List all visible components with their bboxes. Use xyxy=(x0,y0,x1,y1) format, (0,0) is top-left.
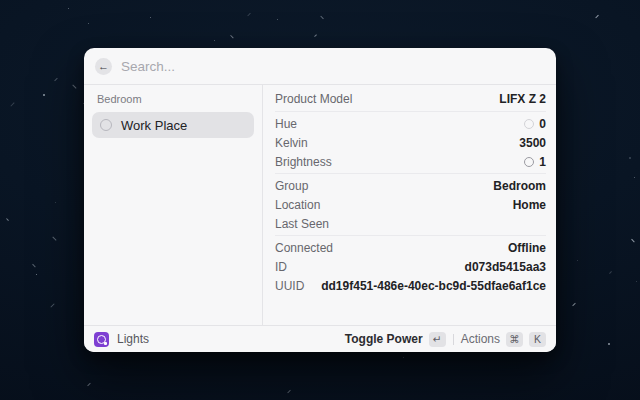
metadata-value: Home xyxy=(513,198,546,212)
metadata-row: Hue0 xyxy=(275,114,546,133)
star xyxy=(6,218,9,221)
metadata-value-text: Bedroom xyxy=(493,179,546,193)
actions-menu-button[interactable]: Actions ⌘ K xyxy=(461,332,546,347)
bulb-ring-icon xyxy=(100,119,112,131)
star xyxy=(50,303,54,307)
footer-bar: Lights Toggle Power ↵ Actions ⌘ K xyxy=(84,325,556,352)
star xyxy=(32,263,35,266)
back-arrow-icon: ← xyxy=(98,61,109,72)
star xyxy=(88,23,89,24)
star xyxy=(68,8,69,9)
metadata-row: Kelvin3500 xyxy=(275,133,546,152)
star xyxy=(287,390,291,394)
footer-app-label: Lights xyxy=(117,332,149,346)
footer-actions: Toggle Power ↵ Actions ⌘ K xyxy=(345,332,546,347)
star xyxy=(230,35,233,38)
command-key-icon: ⌘ xyxy=(506,332,523,347)
device-details-panel: Product ModelLIFX Z 2Hue0Kelvin3500Brigh… xyxy=(263,85,556,325)
toggle-power-button[interactable]: Toggle Power ↵ xyxy=(345,332,446,347)
metadata-label: Brightness xyxy=(275,155,332,169)
back-button[interactable]: ← xyxy=(95,58,112,75)
metadata-value-text: LIFX Z 2 xyxy=(499,92,546,106)
star xyxy=(608,343,610,345)
metadata-value: 3500 xyxy=(519,136,546,150)
star xyxy=(403,357,404,358)
star xyxy=(36,274,37,275)
device-group-label: Bedroom xyxy=(92,92,254,112)
metadata-value-text: d073d5415aa3 xyxy=(465,260,546,274)
progress-circle-icon xyxy=(524,157,534,167)
metadata-label: Product Model xyxy=(275,92,352,106)
toggle-power-label: Toggle Power xyxy=(345,332,423,346)
star xyxy=(43,94,45,96)
star xyxy=(577,260,578,261)
actions-label: Actions xyxy=(461,332,500,346)
star xyxy=(150,17,151,18)
star xyxy=(321,16,325,20)
metadata-value-text: Offline xyxy=(508,241,546,255)
metadata-label: Hue xyxy=(275,117,297,131)
lightbulb-ring-dot xyxy=(104,342,107,345)
footer-separator xyxy=(453,334,454,345)
star xyxy=(10,103,14,107)
device-list-item[interactable]: Work Place xyxy=(92,112,254,138)
device-list-panel: Bedroom Work Place xyxy=(84,85,262,325)
metadata-value-text: Home xyxy=(513,198,546,212)
metadata-value: dd19f451-486e-40ec-bc9d-55dfae6af1ce xyxy=(321,279,546,293)
metadata-label: Connected xyxy=(275,241,333,255)
metadata-row: ConnectedOffline xyxy=(275,238,546,257)
star xyxy=(634,177,635,178)
star xyxy=(248,13,252,17)
content-area: Bedroom Work Place Product ModelLIFX Z 2… xyxy=(84,85,556,325)
star xyxy=(214,40,215,41)
metadata-value: Offline xyxy=(508,241,546,255)
metadata-section: Hue0Kelvin3500Brightness1 xyxy=(275,111,546,173)
metadata-row: IDd073d5415aa3 xyxy=(275,257,546,276)
desktop-background: ← Bedroom Work Place Product ModelLIFX Z… xyxy=(0,0,640,400)
metadata-label: Group xyxy=(275,179,308,193)
progress-circle-icon xyxy=(524,119,534,129)
metadata-label: Location xyxy=(275,198,320,212)
star xyxy=(629,157,631,159)
metadata-label: Last Seen xyxy=(275,217,329,231)
device-name: Work Place xyxy=(121,118,187,133)
metadata-value: 0 xyxy=(524,117,546,131)
metadata-row: Last Seen xyxy=(275,214,546,233)
star xyxy=(636,281,637,282)
star xyxy=(277,19,278,20)
metadata-value: LIFX Z 2 xyxy=(499,92,546,106)
enter-key-icon: ↵ xyxy=(429,332,446,347)
metadata-row: LocationHome xyxy=(275,195,546,214)
star xyxy=(595,15,599,19)
metadata-row: UUIDdd19f451-486e-40ec-bc9d-55dfae6af1ce xyxy=(275,276,546,295)
metadata-value-text: 0 xyxy=(539,117,546,131)
search-bar: ← xyxy=(84,48,556,84)
star xyxy=(314,34,317,37)
star xyxy=(609,271,612,274)
k-key-icon: K xyxy=(529,332,546,347)
metadata-value-text: 3500 xyxy=(519,136,546,150)
star xyxy=(55,202,56,203)
star xyxy=(631,239,634,242)
lifx-lights-icon xyxy=(94,332,109,347)
metadata-section: ConnectedOfflineIDd073d5415aa3UUIDdd19f4… xyxy=(275,235,546,297)
metadata-label: UUID xyxy=(275,279,304,293)
metadata-row: Product ModelLIFX Z 2 xyxy=(275,88,546,109)
metadata-value-text: dd19f451-486e-40ec-bc9d-55dfae6af1ce xyxy=(321,279,546,293)
metadata-value: d073d5415aa3 xyxy=(465,260,546,274)
star xyxy=(55,78,58,81)
metadata-value: Bedroom xyxy=(493,179,546,193)
metadata-row: GroupBedroom xyxy=(275,176,546,195)
metadata-section: Product ModelLIFX Z 2 xyxy=(275,86,546,111)
launcher-window: ← Bedroom Work Place Product ModelLIFX Z… xyxy=(84,48,556,352)
metadata-label: ID xyxy=(275,260,287,274)
star xyxy=(72,84,76,88)
metadata-value-text: 1 xyxy=(539,155,546,169)
star xyxy=(52,237,56,241)
star xyxy=(87,383,90,386)
star xyxy=(572,303,576,307)
metadata-section: GroupBedroomLocationHomeLast Seen xyxy=(275,173,546,235)
search-input[interactable] xyxy=(121,59,545,74)
metadata-row: Brightness1 xyxy=(275,152,546,171)
metadata-value: 1 xyxy=(524,155,546,169)
